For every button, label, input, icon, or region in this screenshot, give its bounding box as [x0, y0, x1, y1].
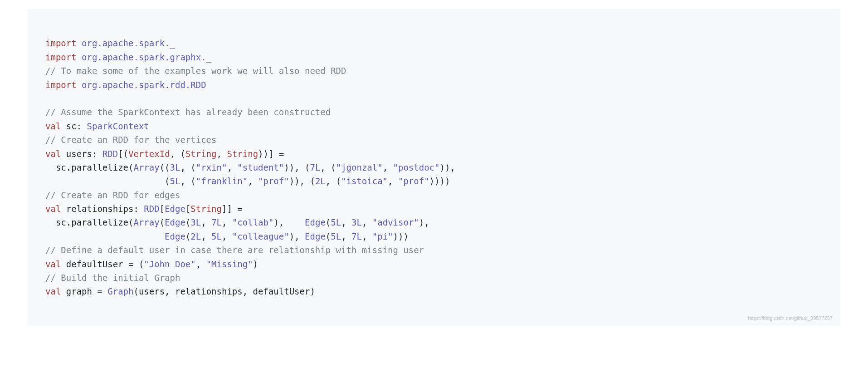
code-token: users: — [61, 149, 102, 159]
code-token: RDD — [144, 204, 159, 214]
code-token: "pi" — [372, 231, 393, 241]
code-token: "student" — [237, 162, 284, 172]
code-token: )), ( — [284, 162, 310, 172]
code-token: 7L — [310, 162, 320, 172]
code-token: Edge — [165, 231, 185, 241]
code-token: )), ( — [289, 176, 315, 186]
code-token: "istoica" — [341, 176, 388, 186]
code-token: relationships: — [61, 204, 144, 214]
code-token — [45, 231, 165, 241]
code-token: Edge — [165, 217, 185, 227]
code-token: Edge — [305, 231, 326, 241]
code-token: ( — [185, 231, 190, 241]
code-token: , — [388, 176, 398, 186]
code-token: , — [222, 217, 232, 227]
code-token: ( — [326, 217, 331, 227]
code-token: "prof" — [258, 176, 289, 186]
code-token: [ — [185, 204, 190, 214]
code-token: ), — [289, 231, 305, 241]
code-token: ), — [273, 217, 305, 227]
code-token: 3L — [190, 217, 201, 227]
code-token: , — [196, 259, 206, 269]
code-token: , — [201, 231, 211, 241]
code-token: Array — [133, 162, 159, 172]
code-token: ( — [185, 217, 190, 227]
code-token: // Create an RDD for the vertices — [45, 135, 217, 145]
code-content: import org.apache.spark._ import org.apa… — [45, 38, 455, 296]
code-token: , — [227, 162, 237, 172]
code-token: Graph — [107, 286, 133, 296]
code-token: ( — [326, 231, 331, 241]
code-token — [77, 38, 82, 48]
code-token: [ — [160, 204, 165, 214]
code-token: "advisor" — [372, 217, 419, 227]
code-token: // To make some of the examples work we … — [45, 66, 346, 76]
code-token: , ( — [180, 176, 195, 186]
code-token: val — [45, 121, 61, 131]
code-token: sc.parallelize( — [45, 217, 133, 227]
code-token: , — [217, 149, 227, 159]
code-token: import — [45, 38, 77, 48]
code-token: // Define a default user in case there a… — [45, 245, 424, 255]
code-token: )))) — [429, 176, 450, 186]
code-token: // Build the initial Graph — [45, 273, 180, 283]
code-token: , — [383, 162, 393, 172]
code-token: , — [341, 217, 351, 227]
code-token: Edge — [165, 204, 185, 214]
code-token: ))] = — [258, 149, 284, 159]
code-token: "jgonzal" — [336, 162, 383, 172]
code-token: sc.parallelize( — [45, 162, 133, 172]
code-token: "postdoc" — [393, 162, 440, 172]
code-token: RDD — [102, 149, 118, 159]
code-token: defaultUser = ( — [61, 259, 144, 269]
code-token: val — [45, 259, 61, 269]
code-token: 3L — [351, 217, 362, 227]
code-token — [77, 80, 82, 90]
code-block: import org.apache.spark._ import org.apa… — [27, 9, 841, 326]
code-token: 5L — [331, 231, 341, 241]
code-token: "colleague" — [232, 231, 289, 241]
code-token: , ( — [170, 149, 185, 159]
code-token: , — [362, 217, 372, 227]
code-token: , — [248, 176, 258, 186]
watermark-text: https://blog.csdn.net/github_39577257 — [748, 314, 833, 323]
code-token: (users, relationships, defaultUser) — [133, 286, 315, 296]
code-token: val — [45, 149, 61, 159]
code-token: org.apache.spark.graphx._ — [82, 52, 211, 62]
code-token: org.apache.spark._ — [82, 38, 175, 48]
code-token: 5L — [331, 217, 341, 227]
code-token: // Create an RDD for edges — [45, 190, 180, 200]
code-token: Array — [133, 217, 159, 227]
code-token: , ( — [326, 176, 341, 186]
code-token: VertexId — [128, 149, 170, 159]
code-token: 7L — [351, 231, 362, 241]
code-token: 2L — [190, 231, 201, 241]
code-token: "John Doe" — [144, 259, 195, 269]
code-token: val — [45, 286, 61, 296]
code-token: // Assume the SparkContext has already b… — [45, 107, 331, 117]
code-token: sc: — [61, 121, 87, 131]
code-token: import — [45, 52, 77, 62]
code-token: String — [227, 149, 258, 159]
code-token: Edge — [305, 217, 326, 227]
code-token: )), — [439, 162, 455, 172]
code-token: ( — [160, 217, 165, 227]
code-token: 5L — [170, 176, 180, 186]
code-token: (( — [160, 162, 170, 172]
code-token: ), — [419, 217, 429, 227]
code-token — [77, 52, 82, 62]
code-token: "collab" — [232, 217, 274, 227]
code-token: , ( — [180, 162, 195, 172]
code-token: , — [362, 231, 372, 241]
code-token: ))) — [393, 231, 409, 241]
code-token: , ( — [320, 162, 336, 172]
code-token: , — [201, 217, 211, 227]
code-token: , — [341, 231, 351, 241]
code-token: "Missing" — [206, 259, 253, 269]
code-token: String — [185, 149, 217, 159]
code-token: [( — [118, 149, 128, 159]
code-token: "franklin" — [196, 176, 248, 186]
code-token: "rxin" — [196, 162, 227, 172]
code-token: ) — [253, 259, 258, 269]
code-token: 7L — [211, 217, 222, 227]
